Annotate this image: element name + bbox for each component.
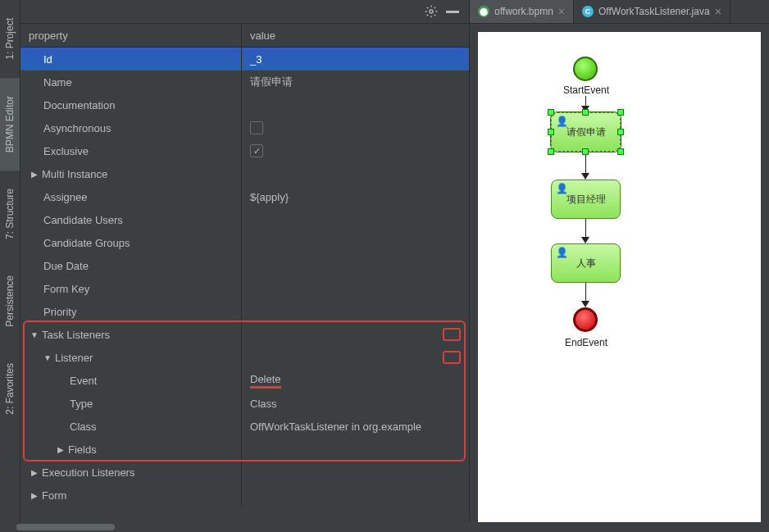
resize-handle[interactable] — [548, 129, 554, 135]
property-row-documentation[interactable]: Documentation — [20, 93, 469, 116]
property-row-fields[interactable]: ▶Fields — [20, 438, 469, 461]
property-row-type[interactable]: Type Class — [20, 392, 469, 415]
expand-icon[interactable]: ▶ — [30, 468, 39, 477]
user-icon: 👤 — [556, 183, 568, 194]
property-row-asynchronous[interactable]: Asynchronous — [20, 116, 469, 139]
scrollbar-thumb[interactable] — [16, 524, 115, 530]
prop-label: Listener — [55, 352, 93, 364]
property-row-form-key[interactable]: Form Key — [20, 277, 469, 300]
prop-label: Form — [42, 489, 66, 502]
property-row-due-date[interactable]: Due Date — [20, 254, 469, 277]
resize-handle[interactable] — [548, 109, 554, 116]
prop-value: 请假申请 — [250, 75, 293, 89]
toolstrip-bpmn-editor[interactable]: BPMN Editor — [0, 78, 20, 171]
property-row-priority[interactable]: Priority — [20, 300, 469, 323]
property-row-name[interactable]: Name 请假申请 — [20, 70, 469, 93]
bpmn-start-event[interactable] — [573, 57, 598, 81]
horizontal-scrollbar[interactable] — [0, 522, 762, 532]
prop-label: Class — [70, 421, 97, 433]
property-row-candidate-users[interactable]: Candidate Users — [20, 208, 469, 231]
property-row-class[interactable]: Class OffWorkTaskListener in org.example — [20, 415, 469, 438]
tab-label: offwork.bpmn — [494, 6, 553, 17]
resize-handle[interactable] — [582, 109, 589, 116]
toolstrip-project[interactable]: 1: Project — [0, 0, 20, 78]
java-file-icon: C — [582, 6, 594, 17]
canvas-wrap: StartEvent 👤 请假申请 — [470, 24, 769, 532]
prop-label: Candidate Groups — [43, 237, 130, 249]
tab-offworktasklistener-java[interactable]: C OffWorkTaskListener.java × — [574, 0, 730, 23]
property-row-listener[interactable]: ▼Listener — [20, 346, 469, 369]
resize-handle[interactable] — [617, 129, 624, 135]
toolstrip-structure[interactable]: 7: Structure — [0, 171, 20, 257]
expand-icon[interactable]: ▶ — [57, 445, 65, 454]
gear-icon[interactable] — [425, 5, 438, 18]
bpmn-task-leave-request[interactable]: 👤 请假申请 — [551, 112, 621, 152]
toolstrip-label: Persistence — [4, 275, 16, 327]
bpmn-end-event[interactable] — [573, 307, 598, 332]
prop-value: _3 — [250, 53, 262, 66]
prop-label: Form Key — [43, 283, 89, 295]
svg-point-0 — [430, 10, 433, 13]
start-event-label: StartEvent — [560, 84, 612, 96]
prop-label: Type — [70, 398, 93, 410]
close-icon[interactable]: × — [558, 5, 565, 18]
toolstrip-label: BPMN Editor — [4, 96, 16, 152]
prop-label: Fields — [68, 443, 97, 456]
collapse-icon[interactable]: ▼ — [30, 330, 39, 339]
arrow — [585, 155, 586, 175]
task-label: 项目经理 — [567, 193, 606, 207]
property-row-candidate-groups[interactable]: Candidate Groups — [20, 231, 469, 254]
user-icon: 👤 — [556, 247, 568, 258]
check-mark: ✓ — [253, 146, 261, 157]
bpmn-task-project-manager[interactable]: 👤 项目经理 — [551, 180, 621, 219]
prop-label: Execution Listeners — [42, 466, 134, 479]
bpmn-task-hr[interactable]: 👤 人事 — [551, 243, 621, 283]
collapse-icon[interactable]: ▼ — [43, 353, 52, 362]
diagram-side: ⬤ offwork.bpmn × C OffWorkTaskListener.j… — [469, 0, 769, 532]
properties-header — [20, 0, 469, 24]
resize-handle[interactable] — [582, 148, 589, 155]
prop-label: Multi Instance — [42, 168, 107, 180]
add-badge-icon[interactable] — [443, 328, 461, 341]
main-area: property value Id _3 Name 请假申请 Documenta… — [20, 0, 769, 532]
prop-value: ${apply} — [250, 191, 289, 203]
property-row-execution-listeners[interactable]: ▶Execution Listeners — [20, 461, 469, 484]
property-row-exclusive[interactable]: Exclusive ✓ — [20, 139, 469, 162]
properties-table-header: property value — [20, 24, 469, 48]
close-icon[interactable]: × — [715, 5, 721, 18]
property-row-form[interactable]: ▶Form — [20, 484, 469, 507]
bpmn-canvas[interactable]: StartEvent 👤 请假申请 — [478, 32, 761, 524]
property-row-assignee[interactable]: Assignee ${apply} — [20, 185, 469, 208]
property-row-task-listeners[interactable]: ▼Task Listeners — [20, 323, 469, 346]
expand-icon[interactable]: ▶ — [30, 491, 39, 500]
bpmn-file-icon: ⬤ — [478, 6, 489, 17]
resize-handle[interactable] — [617, 109, 624, 116]
toolstrip-persistence[interactable]: Persistence — [0, 257, 20, 345]
property-row-id[interactable]: Id _3 — [20, 48, 469, 70]
prop-label: Id — [43, 53, 52, 66]
resize-handle[interactable] — [548, 148, 554, 155]
prop-value: OffWorkTaskListener in org.example — [250, 421, 421, 433]
arrow — [585, 219, 586, 239]
tab-offwork-bpmn[interactable]: ⬤ offwork.bpmn × — [470, 0, 574, 23]
toolstrip-favorites[interactable]: 2: Favorites — [0, 345, 20, 433]
user-icon: 👤 — [556, 116, 568, 127]
task-label: 请假申请 — [567, 125, 606, 139]
prop-label: Documentation — [43, 99, 115, 111]
resize-handle[interactable] — [617, 148, 624, 155]
vertical-scrollbar[interactable] — [762, 24, 769, 532]
properties-panel: property value Id _3 Name 请假申请 Documenta… — [20, 0, 469, 532]
property-row-event[interactable]: Event Delete — [20, 369, 469, 392]
checkbox-checked[interactable]: ✓ — [250, 144, 263, 157]
add-badge-icon[interactable] — [443, 351, 461, 364]
svg-rect-1 — [446, 11, 459, 13]
expand-icon[interactable]: ▶ — [30, 170, 39, 179]
prop-label: Due Date — [43, 260, 89, 272]
property-row-multi-instance[interactable]: ▶Multi Instance — [20, 162, 469, 185]
properties-table-body: Id _3 Name 请假申请 Documentation Asynchrono… — [20, 48, 469, 532]
prop-label: Name — [43, 76, 72, 89]
prop-value: Class — [250, 398, 277, 410]
minimize-icon[interactable] — [446, 11, 459, 13]
checkbox-unchecked[interactable] — [250, 121, 263, 134]
editor-tabs: ⬤ offwork.bpmn × C OffWorkTaskListener.j… — [470, 0, 769, 24]
